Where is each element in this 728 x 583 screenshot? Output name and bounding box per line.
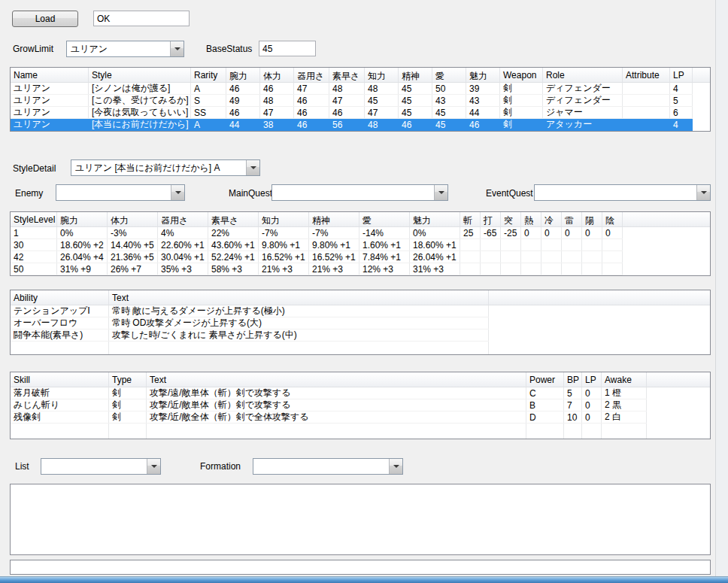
- table-cell: 43.60% +1: [208, 240, 259, 251]
- table-cell: 剣: [500, 94, 543, 107]
- styledetail-combobox[interactable]: ユリアン [本当にお前だけだから] A: [71, 159, 260, 176]
- output-panel[interactable]: [10, 484, 711, 555]
- chevron-down-icon[interactable]: [389, 459, 402, 474]
- column-header[interactable]: Awake: [602, 372, 647, 387]
- column-header[interactable]: 知力: [259, 212, 309, 226]
- table-row[interactable]: 10%-3%4%22%-7%-7%-14%0%25-65-2500000: [11, 227, 623, 239]
- list-combobox[interactable]: [41, 458, 161, 475]
- chevron-down-icon[interactable]: [147, 459, 160, 474]
- ability-listview[interactable]: AbilityTextテンションアップⅠ常時 敵に与えるダメージが上昇する(極小…: [10, 290, 711, 355]
- column-header[interactable]: Ability: [11, 290, 109, 305]
- column-header[interactable]: Role: [543, 68, 623, 82]
- table-cell: みじん斬り: [11, 399, 109, 411]
- chevron-down-icon[interactable]: [246, 160, 259, 175]
- table-row[interactable]: オーバーフロウ常時 OD攻撃ダメージが上昇する(大): [11, 317, 489, 329]
- column-header[interactable]: Style: [89, 68, 191, 82]
- column-header[interactable]: 熱: [521, 212, 541, 226]
- chevron-down-icon[interactable]: [171, 185, 184, 200]
- table-row[interactable]: テンションアップⅠ常時 敵に与えるダメージが上昇する(極小): [11, 305, 489, 317]
- table-cell: 0: [582, 228, 602, 238]
- growlimit-combobox[interactable]: ユリアン: [66, 41, 184, 57]
- column-header[interactable]: 体力: [108, 212, 158, 226]
- column-header[interactable]: 知力: [365, 68, 399, 82]
- table-row[interactable]: ユリアン[本当にお前だけだから]A4438465648464546剣アタッカー4: [11, 119, 693, 131]
- table-row[interactable]: 3018.60% +214.40% +522.60% +143.60% +19.…: [11, 239, 623, 251]
- column-header[interactable]: 愛: [432, 68, 466, 82]
- load-button[interactable]: Load: [12, 11, 78, 27]
- column-header[interactable]: 魅力: [466, 68, 500, 82]
- column-header[interactable]: 腕力: [57, 212, 108, 226]
- column-header[interactable]: 陰: [602, 212, 623, 226]
- table-cell: 45: [432, 120, 466, 130]
- table-cell: 21.36% +5: [108, 252, 158, 263]
- formation-combobox[interactable]: [253, 458, 403, 475]
- basestatus-input[interactable]: [259, 41, 316, 56]
- column-header[interactable]: Power: [526, 372, 564, 387]
- table-cell: [この拳、受けてみるか]: [89, 94, 191, 107]
- column-header[interactable]: Type: [109, 372, 147, 387]
- column-header[interactable]: 素早さ: [208, 212, 259, 226]
- column-header[interactable]: Skill: [11, 372, 109, 387]
- table-cell: 46: [226, 108, 260, 118]
- column-header[interactable]: 愛: [359, 212, 410, 226]
- output-panel-small[interactable]: [10, 560, 711, 575]
- table-cell: 7: [564, 400, 582, 411]
- column-header[interactable]: 冷: [541, 212, 562, 226]
- column-header[interactable]: Rarity: [191, 68, 226, 82]
- table-row[interactable]: ユリアン[今夜は気取ってもいい]SS4647464647454544剣ジャマー6: [11, 107, 693, 119]
- column-header[interactable]: 腕力: [226, 68, 260, 82]
- table-header: AbilityText: [11, 290, 710, 305]
- column-header[interactable]: 体力: [260, 68, 294, 82]
- column-header[interactable]: 雷: [562, 212, 582, 226]
- table-cell: 21% +3: [259, 264, 309, 275]
- table-cell: 剣: [109, 411, 147, 424]
- column-header[interactable]: 器用さ: [158, 212, 208, 226]
- column-header[interactable]: Text: [147, 372, 526, 387]
- table-row[interactable]: ユリアン[この拳、受けてみるか]S4948464745454343剣ディフェンダ…: [11, 95, 693, 107]
- skill-listview[interactable]: SkillTypeTextPowerBPLPAwake落月破斬剣攻撃/遠/敵単体…: [10, 372, 711, 439]
- column-header[interactable]: 突: [501, 212, 521, 226]
- column-header[interactable]: 精神: [309, 212, 359, 226]
- window-bottom-border: [0, 576, 728, 583]
- column-header[interactable]: Attribute: [623, 68, 670, 82]
- column-header[interactable]: StyleLevel: [11, 212, 57, 226]
- column-header[interactable]: Text: [109, 290, 489, 305]
- styledetail-label: StyleDetail: [13, 163, 56, 174]
- enemy-combobox[interactable]: [56, 184, 185, 201]
- column-header[interactable]: 打: [481, 212, 501, 226]
- table-cell: 落月破斬: [11, 387, 109, 399]
- table-cell: ディフェンダー: [543, 82, 623, 95]
- chevron-down-icon[interactable]: [434, 185, 447, 200]
- column-header[interactable]: Name: [11, 68, 89, 82]
- table-row[interactable]: 落月破斬剣攻撃/遠/敵単体（斬）剣で攻撃するC501 橙: [11, 387, 647, 399]
- table-row[interactable]: みじん斬り剣攻撃/近/敵単体（斬）剣で攻撃するB702 黒: [11, 399, 647, 411]
- column-header[interactable]: 素早さ: [329, 68, 365, 82]
- column-header[interactable]: 精神: [399, 68, 432, 82]
- table-cell: [本当にお前だけだから]: [89, 118, 191, 131]
- eventquest-combobox[interactable]: [534, 184, 711, 201]
- column-header[interactable]: 斬: [460, 212, 481, 226]
- mainquest-combobox[interactable]: [271, 184, 448, 201]
- table-row[interactable]: 闘争本能(素早さ)攻撃した時/ごくまれに 素早さが上昇する(中): [11, 329, 489, 342]
- status-textbox[interactable]: [93, 11, 190, 26]
- table-cell: 7.84% +1: [359, 252, 410, 263]
- column-header[interactable]: LP: [582, 372, 602, 387]
- table-row[interactable]: 残像剣剣攻撃/近/敵全体（斬）剣で全体攻撃するD1002 白: [11, 411, 647, 424]
- column-header[interactable]: LP: [670, 68, 693, 82]
- table-cell: 剣: [109, 399, 147, 411]
- column-header[interactable]: 器用さ: [294, 68, 329, 82]
- column-header[interactable]: 陽: [582, 212, 602, 226]
- chevron-down-icon[interactable]: [170, 41, 184, 56]
- table-cell: 45: [432, 108, 466, 118]
- table-row[interactable]: ユリアン[シノンは俺が護る]A4646474848455039剣ディフェンダー4: [11, 83, 693, 95]
- table-cell: 30.04% +1: [158, 252, 208, 263]
- column-header[interactable]: 魅力: [410, 212, 460, 226]
- table-row[interactable]: 5031% +926% +735% +358% +321% +321% +312…: [11, 263, 623, 275]
- column-header[interactable]: BP: [564, 372, 582, 387]
- style-listview[interactable]: NameStyleRarity腕力体力器用さ素早さ知力精神愛魅力WeaponRo…: [10, 67, 711, 132]
- chevron-down-icon[interactable]: [696, 185, 710, 200]
- stylelevel-listview[interactable]: StyleLevel腕力体力器用さ素早さ知力精神愛魅力斬打突熱冷雷陽陰10%-3…: [10, 211, 711, 276]
- column-header[interactable]: Weapon: [500, 68, 543, 82]
- table-row[interactable]: 4226.04% +421.36% +530.04% +152.24% +116…: [11, 251, 623, 263]
- enemy-combobox-value: [56, 185, 171, 200]
